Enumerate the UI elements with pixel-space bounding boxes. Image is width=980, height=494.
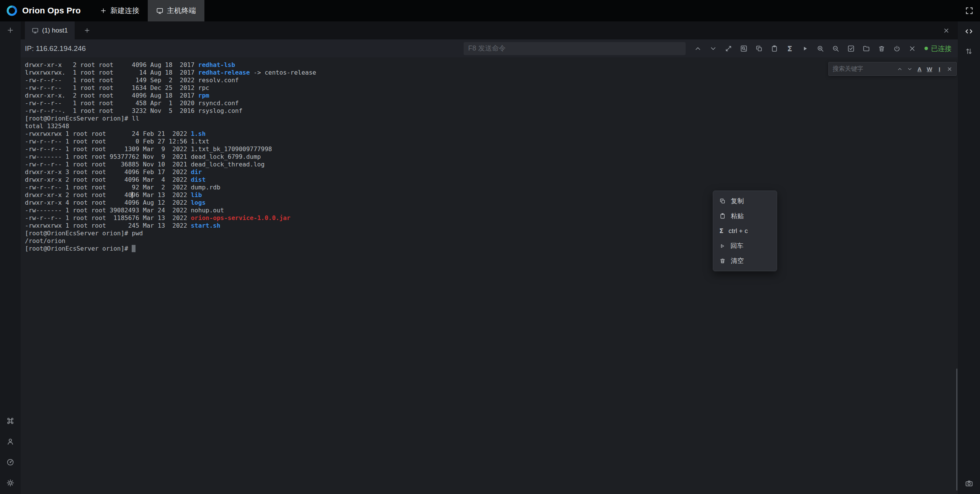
terminal-line: -rw-r--r-- 1 root root 92 Mar 2 2022 dum… bbox=[25, 184, 958, 191]
zoom-out-button[interactable] bbox=[830, 43, 841, 54]
terminal-toolbar: IP: 116.62.194.246 Σ bbox=[21, 39, 958, 57]
terminal-search-panel: A W I bbox=[828, 62, 957, 76]
copy-button[interactable] bbox=[754, 43, 764, 54]
menu-item-label: 粘贴 bbox=[731, 212, 744, 220]
search-prev-button[interactable] bbox=[895, 64, 904, 73]
regex-icon[interactable]: I bbox=[935, 64, 944, 73]
camera-icon bbox=[965, 479, 973, 488]
close-icon bbox=[908, 45, 916, 52]
swap-vertical-icon bbox=[965, 47, 973, 55]
plus-icon bbox=[84, 27, 90, 34]
menu-item-label: 回车 bbox=[730, 241, 743, 250]
sigma-icon: Σ bbox=[787, 44, 792, 53]
enter-icon bbox=[719, 243, 725, 249]
close-icon bbox=[943, 27, 950, 34]
close-session-button[interactable] bbox=[907, 43, 918, 54]
file-manager-button[interactable] bbox=[861, 43, 872, 54]
menu-new-connection-label: 新建连接 bbox=[110, 6, 139, 16]
brand-name: Orion Ops Pro bbox=[22, 6, 81, 16]
close-icon bbox=[947, 66, 952, 72]
fullscreen-icon bbox=[965, 7, 973, 15]
text-cursor bbox=[132, 192, 132, 198]
sigma-icon: Σ bbox=[719, 227, 724, 235]
chevron-down-icon bbox=[709, 45, 717, 52]
chevron-up-icon bbox=[694, 45, 702, 52]
maximize-button[interactable] bbox=[723, 43, 734, 54]
status-dot-icon bbox=[924, 47, 928, 50]
tab-host1[interactable]: (1) host1 bbox=[25, 21, 75, 39]
dashboard-button[interactable] bbox=[6, 458, 15, 466]
terminal-line: drwxr-xr-x 2 root root 4096 Mar 13 2022 … bbox=[25, 191, 958, 199]
scroll-down-button[interactable] bbox=[708, 43, 719, 54]
tabbar: (1) host1 bbox=[21, 21, 958, 39]
fullscreen-button[interactable] bbox=[959, 0, 980, 21]
zoom-in-icon bbox=[817, 45, 824, 52]
terminal-line: -rw------- 1 root root 95377762 Nov 9 20… bbox=[25, 153, 958, 161]
new-terminal-button[interactable] bbox=[7, 26, 14, 34]
screenshot-button[interactable] bbox=[965, 479, 973, 488]
select-mode-button[interactable] bbox=[846, 43, 856, 54]
terminal-line: drwxr-xr-x 4 root root 4096 Aug 12 2022 … bbox=[25, 199, 958, 207]
sftp-editor-button[interactable] bbox=[964, 27, 973, 36]
paste-button[interactable] bbox=[769, 43, 780, 54]
context-menu-paste[interactable]: 粘贴 bbox=[713, 209, 777, 223]
send-command-input[interactable] bbox=[464, 42, 686, 55]
paste-icon bbox=[771, 45, 778, 52]
context-menu-copy[interactable]: 复制 bbox=[713, 194, 777, 209]
menu-new-connection[interactable]: 新建连接 bbox=[91, 0, 148, 21]
terminal-area[interactable]: drwxr-xr-x 2 root root 4096 Aug 18 2017 … bbox=[21, 57, 958, 494]
zoom-in-button[interactable] bbox=[815, 43, 826, 54]
topbar: Orion Ops Pro 新建连接 主机终端 bbox=[0, 0, 980, 21]
terminal-line: lrwxrwxrwx. 1 root root 14 Aug 18 2017 r… bbox=[25, 69, 958, 77]
user-button[interactable] bbox=[6, 437, 15, 446]
clear-icon bbox=[719, 258, 726, 264]
terminal-line: [root@OrionEcsServer orion]# bbox=[25, 245, 958, 253]
tab-label: (1) host1 bbox=[42, 27, 68, 34]
terminal-line: -rw-r--r-- 1 root root 1185676 Mar 13 20… bbox=[25, 214, 958, 222]
trash-icon bbox=[878, 45, 885, 52]
power-icon bbox=[893, 45, 901, 52]
toolbar-icons: Σ bbox=[690, 43, 920, 54]
context-menu-clear[interactable]: 清空 bbox=[713, 253, 777, 268]
whole-word-icon[interactable]: W bbox=[925, 64, 934, 73]
ctrl-c-button[interactable]: Σ bbox=[784, 43, 795, 54]
right-sidebar bbox=[958, 21, 980, 494]
close-all-tabs-button[interactable] bbox=[941, 25, 952, 36]
scroll-up-button[interactable] bbox=[693, 43, 703, 54]
context-menu-ctrl-c[interactable]: Σ ctrl + c bbox=[713, 223, 777, 238]
menu-host-terminal-label: 主机终端 bbox=[167, 6, 196, 16]
menu-item-label: 清空 bbox=[731, 256, 744, 265]
terminal-line: -rw-r--r-- 1 root root 149 Sep 2 2022 re… bbox=[25, 77, 958, 84]
terminal-output[interactable]: drwxr-xr-x 2 root root 4096 Aug 18 2017 … bbox=[21, 57, 958, 253]
shortcut-keys-button[interactable] bbox=[6, 417, 15, 425]
host-ip-label: IP: 116.62.194.246 bbox=[25, 44, 86, 53]
search-button[interactable] bbox=[738, 43, 749, 54]
transfer-button[interactable] bbox=[965, 47, 973, 55]
terminal-line: total 132548 bbox=[25, 122, 958, 130]
terminal-line: -rwxrwxrwx 1 root root 245 Mar 13 2022 s… bbox=[25, 222, 958, 230]
gear-icon bbox=[6, 479, 15, 487]
send-enter-button[interactable] bbox=[800, 43, 810, 54]
match-case-icon[interactable]: A bbox=[915, 64, 924, 73]
terminal-line: -rw-r--r-- 1 root root 458 Apr 1 2020 rs… bbox=[25, 99, 958, 107]
context-menu: 复制 粘贴 Σ ctrl + c 回车 清空 bbox=[713, 191, 777, 271]
plus-icon bbox=[100, 7, 107, 14]
settings-button[interactable] bbox=[6, 479, 15, 487]
terminal-line: -rw-r--r-- 1 root root 0 Feb 27 12:56 1.… bbox=[25, 138, 958, 145]
disconnect-button[interactable] bbox=[892, 43, 902, 54]
search-input[interactable] bbox=[833, 65, 894, 72]
connection-status: 已连接 bbox=[924, 44, 952, 53]
search-next-button[interactable] bbox=[905, 64, 914, 73]
menu-host-terminal[interactable]: 主机终端 bbox=[148, 0, 204, 21]
search-close-button[interactable] bbox=[945, 64, 954, 73]
plus-icon bbox=[7, 26, 14, 34]
chevron-up-icon bbox=[897, 66, 903, 72]
brand-logo-icon bbox=[6, 5, 18, 16]
new-tab-button[interactable] bbox=[82, 25, 92, 36]
terminal-line: /root/orion bbox=[25, 237, 958, 245]
clear-screen-button[interactable] bbox=[876, 43, 887, 54]
terminal-scrollbar[interactable] bbox=[956, 368, 957, 491]
context-menu-enter[interactable]: 回车 bbox=[713, 238, 777, 253]
code-icon bbox=[964, 27, 973, 36]
left-sidebar bbox=[0, 21, 21, 494]
